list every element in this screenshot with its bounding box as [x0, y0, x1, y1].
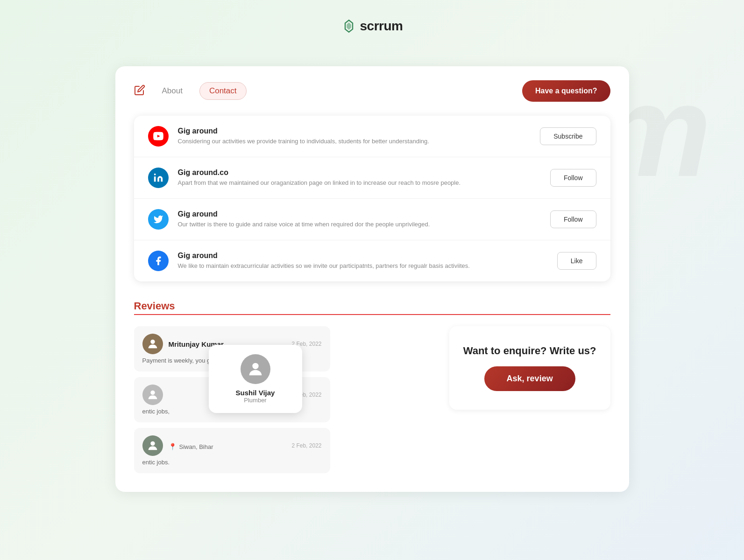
social-item-linkedin: Gig around.co Apart from that we maintai… [134, 157, 610, 199]
linkedin-follow-button[interactable]: Follow [550, 169, 596, 187]
reviewer-info-3: 📍 Siwan, Bihar [169, 441, 286, 450]
reviews-title: Reviews [134, 300, 610, 312]
facebook-desc: We like to maintain extracurricular acti… [178, 262, 548, 270]
popup-avatar [241, 354, 270, 384]
youtube-info: Gig around Considering our activities we… [178, 127, 531, 146]
reviewer-avatar-2 [142, 385, 163, 405]
location-pin-icon: 📍 [169, 443, 177, 450]
logo-icon [341, 19, 356, 34]
edit-icon[interactable] [134, 84, 145, 98]
enquire-section: Want to enquire? Write us? Ask, review [449, 326, 610, 410]
popup-role: Plumber [218, 397, 293, 404]
reviews-section-inner: Reviews Mritunjay Kumar 2 Feb, 2022 Pa [134, 300, 610, 473]
location-text: Siwan, Bihar [179, 443, 213, 450]
twitter-icon [148, 209, 169, 230]
twitter-desc: Our twitter is there to guide and raise … [178, 220, 541, 229]
tab-about[interactable]: About [153, 83, 192, 99]
review-date-3: 2 Feb, 2022 [291, 442, 321, 449]
linkedin-icon [148, 168, 169, 188]
like-button[interactable]: Like [557, 252, 596, 270]
twitter-info: Gig around Our twitter is there to guide… [178, 210, 541, 229]
social-item-youtube: Gig around Considering our activities we… [134, 116, 610, 157]
review-header-3: 📍 Siwan, Bihar 2 Feb, 2022 [142, 435, 322, 456]
facebook-info: Gig around We like to maintain extracurr… [178, 252, 548, 270]
reviews-divider [134, 314, 610, 315]
popup-card: Sushil Vijay Plumber [209, 345, 302, 413]
social-item-twitter: Gig around Our twitter is there to guide… [134, 199, 610, 240]
review-cards-container: Mritunjay Kumar 2 Feb, 2022 Payment is w… [134, 326, 610, 473]
main-card: About Contact Have a question? Gig aroun… [115, 66, 629, 492]
reviewer-avatar-3 [142, 435, 163, 456]
twitter-follow-button[interactable]: Follow [550, 210, 596, 228]
header: scrrum [0, 0, 744, 48]
linkedin-info: Gig around.co Apart from that we maintai… [178, 168, 541, 187]
subscribe-button[interactable]: Subscribe [540, 127, 596, 145]
linkedin-desc: Apart from that we maintained our oragan… [178, 179, 541, 187]
facebook-name: Gig around [178, 252, 548, 260]
tabs-row: About Contact Have a question? [134, 80, 610, 102]
social-item-facebook: Gig around We like to maintain extracurr… [134, 240, 610, 281]
tab-contact[interactable]: Contact [199, 82, 247, 100]
review-card-3: 📍 Siwan, Bihar 2 Feb, 2022 entic jobs. [134, 428, 330, 473]
svg-marker-1 [347, 22, 351, 30]
tabs-left: About Contact [134, 82, 247, 100]
svg-point-5 [150, 441, 155, 446]
youtube-icon [148, 126, 169, 147]
reviewer-avatar-1 [142, 334, 163, 354]
enquire-title: Want to enquire? Write us? [463, 345, 596, 357]
social-card: Gig around Considering our activities we… [134, 116, 610, 281]
review-text-3: entic jobs. [142, 459, 322, 466]
ask-review-button[interactable]: Ask, review [484, 366, 575, 391]
svg-point-4 [150, 391, 155, 395]
svg-point-3 [150, 340, 155, 344]
linkedin-name: Gig around.co [178, 168, 541, 177]
logo-text: scrrum [360, 19, 403, 34]
have-question-button[interactable]: Have a question? [522, 80, 610, 102]
popup-name: Sushil Vijay [218, 389, 293, 397]
twitter-name: Gig around [178, 210, 541, 218]
facebook-icon [148, 251, 169, 271]
svg-point-6 [252, 363, 258, 369]
location-row: 📍 Siwan, Bihar [169, 443, 286, 450]
youtube-name: Gig around [178, 127, 531, 135]
logo: scrrum [341, 19, 403, 34]
youtube-desc: Considering our activities we provide tr… [178, 137, 531, 146]
svg-point-2 [154, 174, 156, 175]
